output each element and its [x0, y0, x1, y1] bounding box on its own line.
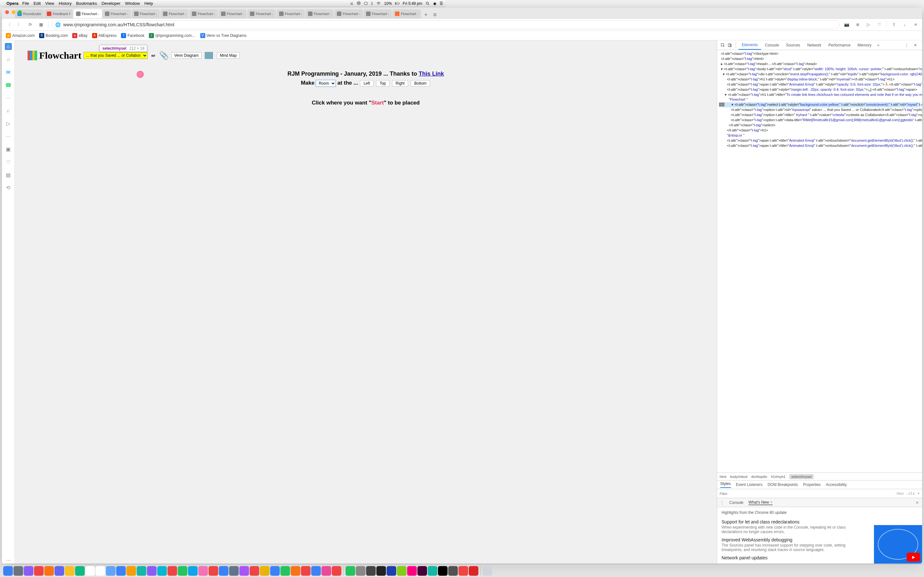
menu-bookmarks[interactable]: Bookmarks — [76, 1, 97, 6]
bookmark-item[interactable]: BBooking.com — [39, 33, 68, 38]
browser-window: RoundcubeFeedback fFlowchart -Flowchart … — [2, 8, 446, 278]
menu-help[interactable]: Help — [144, 1, 153, 6]
bookmark-item[interactable]: rrjmprogramming.com… — [149, 33, 195, 38]
menu-view[interactable]: View — [45, 1, 54, 6]
room-select[interactable]: Room — [316, 80, 336, 87]
browser-tab[interactable]: Flowchart - — [247, 9, 276, 18]
menu-file[interactable]: File — [23, 1, 29, 6]
menu-history[interactable]: History — [59, 1, 71, 6]
bookmark-item[interactable]: VVenn vs Tree Diagrams — [200, 33, 247, 38]
make-line: Make Room at the ... Left Top Right Bott… — [27, 80, 446, 87]
opera-sidebar: ⌂ ☆ ✉ ☎ — ⌕ ▷ — ▣ ♡ ▤ ⟲ ⋯ — [2, 40, 15, 278]
easy-setup-button[interactable]: ≡ — [431, 11, 439, 18]
page-title: Flowchart — [39, 50, 81, 61]
window-controls — [5, 10, 22, 14]
this-link[interactable]: This Link — [419, 71, 444, 77]
svg-rect-1 — [399, 3, 399, 4]
minimize-window-button[interactable] — [11, 10, 15, 14]
speed-dial-button[interactable]: ▦ — [37, 21, 45, 29]
heart-icon[interactable]: ♡ — [5, 158, 12, 165]
element-tooltip: select#mysel 212 × 18 — [99, 45, 147, 52]
toolbar: 〈 〉 ⟳ ▦ 🌐 www.rjmprogramming.com.au/HTML… — [2, 19, 446, 31]
browser-tab[interactable]: Flowchart - — [160, 9, 189, 18]
or-text: or — [152, 53, 155, 58]
bookmark-item[interactable]: fFacebook — [121, 33, 144, 38]
wifi-icon[interactable] — [376, 1, 381, 6]
browser-tab[interactable]: Flowchart - — [132, 9, 160, 18]
right-button[interactable]: Right — [392, 80, 408, 87]
notification-center-icon[interactable]: ☰ — [439, 1, 443, 6]
divider: — — [5, 94, 12, 101]
venn-button[interactable]: Venn Diagram — [171, 52, 202, 59]
mindmap-button[interactable]: Mind Map — [217, 52, 240, 59]
browser-tab[interactable]: Flowchart - — [73, 9, 102, 18]
flow-icon[interactable]: ▷ — [5, 120, 12, 127]
bookmarks-bar: aAmazon.comBBooking.comeeBayAAliExpressf… — [2, 31, 446, 40]
svg-point-3 — [426, 2, 428, 4]
status-icon[interactable]: ⚔ — [350, 1, 354, 6]
app-name[interactable]: Opera — [6, 1, 19, 6]
cursor-indicator — [137, 71, 144, 78]
bookmark-star-icon[interactable]: ☆ — [5, 56, 12, 63]
browser-tab[interactable]: Flowchart - — [102, 9, 131, 18]
new-tab-button[interactable]: + — [422, 11, 431, 18]
saved-select[interactable]: ... that you Saved ... or Collaborated : — [83, 52, 148, 59]
forward-button[interactable]: 〉 — [15, 21, 23, 29]
browser-tab[interactable]: Flowchart - — [189, 9, 218, 18]
home-icon[interactable]: ⌂ — [5, 43, 12, 50]
browser-tab[interactable]: Flowchart - — [218, 9, 247, 18]
left-button[interactable]: Left — [360, 80, 373, 87]
start-word: Start — [371, 100, 384, 106]
bookmark-item[interactable]: eeBay — [72, 33, 87, 38]
back-button[interactable]: 〈 — [5, 21, 12, 29]
browser-tab[interactable]: Feedback f — [44, 9, 73, 18]
url-text: www.rjmprogramming.com.au/HTMLCSS/flowch… — [63, 22, 174, 27]
tooltip-dims: 212 × 18 — [129, 46, 144, 51]
tooltip-selector: select#mysel — [102, 46, 126, 51]
menu-edit[interactable]: Edit — [34, 1, 41, 6]
divider: — — [5, 133, 12, 140]
address-bar[interactable]: 🌐 www.rjmprogramming.com.au/HTMLCSS/flow… — [52, 20, 446, 29]
display-icon[interactable]: 🖵 — [364, 1, 368, 6]
paperclip-icon[interactable]: 📎 — [159, 51, 169, 60]
battery-icon[interactable] — [395, 1, 399, 6]
news-icon[interactable]: ▤ — [5, 171, 12, 178]
history-icon[interactable]: ⟲ — [5, 184, 12, 191]
reload-button[interactable]: ⟳ — [26, 21, 34, 29]
globe-icon: 🌐 — [55, 22, 61, 27]
browser-tab[interactable]: Flowchart - — [334, 9, 363, 18]
browser-tab[interactable]: Flowchart - — [393, 9, 421, 18]
browser-tab[interactable]: Flowchart - — [276, 9, 305, 18]
bottom-button[interactable]: Bottom — [411, 80, 430, 87]
maximize-window-button[interactable] — [18, 10, 22, 14]
whatsapp-icon[interactable]: ☎ — [5, 81, 12, 89]
close-window-button[interactable] — [5, 10, 9, 14]
browser-tab[interactable]: Flowchart - — [363, 9, 392, 18]
browser-tab[interactable]: Flowchart - — [305, 9, 334, 18]
apps-icon[interactable]: ▣ — [5, 145, 12, 153]
menu-developer[interactable]: Developer — [102, 1, 120, 6]
start-line: Click where you want "Start" to be place… — [27, 100, 446, 106]
flowchart-logo-icon — [27, 51, 37, 60]
messenger-icon[interactable]: ✉ — [5, 69, 12, 76]
top-button[interactable]: Top — [376, 80, 389, 87]
clock[interactable]: Fri 5:49 pm — [403, 1, 422, 6]
spotlight-icon[interactable] — [425, 1, 430, 6]
menu-window[interactable]: Window — [125, 1, 140, 6]
search-icon[interactable]: ⌕ — [5, 107, 12, 114]
thumbnail-icon — [205, 52, 213, 59]
tab-bar: RoundcubeFeedback fFlowchart -Flowchart … — [2, 8, 446, 19]
bookmark-item[interactable]: AAliExpress — [92, 33, 117, 38]
battery-percent[interactable]: 10% — [384, 1, 392, 6]
siri-icon[interactable]: ◉ — [433, 1, 436, 6]
subtitle: RJM Programming - January, 2019 ... Than… — [27, 71, 446, 77]
page-viewport[interactable]: select#mysel 212 × 18 Flowchart ... that… — [15, 40, 446, 278]
svg-rect-2 — [395, 3, 396, 4]
bluetooth-icon[interactable]: ᛒ — [371, 1, 373, 6]
macos-menubar: Opera File Edit View History Bookmarks D… — [0, 0, 446, 7]
status-icon[interactable]: Ⓜ — [357, 1, 360, 6]
bookmark-item[interactable]: aAmazon.com — [6, 33, 35, 38]
